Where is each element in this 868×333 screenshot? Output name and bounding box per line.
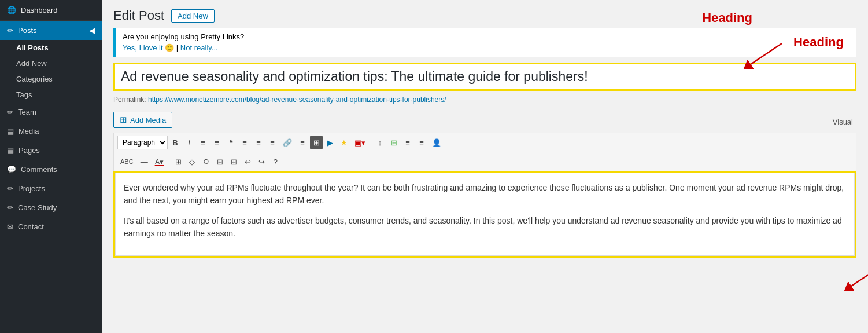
sidebar-item-label: Projects xyxy=(18,184,45,193)
body-paragraph-2: It's all based on a range of factors suc… xyxy=(124,214,846,240)
dashboard-icon: 🌐 xyxy=(7,6,16,14)
align-right-button[interactable]: ≡ xyxy=(266,136,279,149)
posts-icon: ✏ xyxy=(7,26,13,35)
svg-line-0 xyxy=(747,43,782,67)
extra5-button[interactable]: 👤 xyxy=(429,136,444,149)
help-button[interactable]: ? xyxy=(269,155,282,169)
extra3-button[interactable]: ≡ xyxy=(401,136,414,149)
sidebar: 🌐 Dashboard ✏ Posts ◀ All Posts Add New … xyxy=(0,0,102,333)
pages-icon: ▤ xyxy=(7,146,14,155)
italic-button[interactable]: I xyxy=(183,136,195,149)
permalink-url[interactable]: https://www.monetizemore.com/blog/ad-rev… xyxy=(148,96,446,104)
toolbar-separator2 xyxy=(169,156,169,167)
format-select[interactable]: Paragraph xyxy=(117,136,168,149)
hr-button[interactable]: — xyxy=(138,155,151,169)
body-paragraph-1: Ever wondered why your ad RPMs fluctuate… xyxy=(124,181,846,207)
visual-tab[interactable]: Visual xyxy=(833,118,856,126)
sidebar-logo-label: Dashboard xyxy=(21,6,58,14)
heading-label: Heading xyxy=(793,35,851,50)
sidebar-item-categories[interactable]: Categories xyxy=(0,71,102,87)
editor-toolbar-row1: Paragraph B I ≡ ≡ ❝ ≡ ≡ ≡ 🔗 ≡ ⊞ ▶ ★ ▣▾ ↕… xyxy=(113,133,856,152)
permalink-row: Permalink: https://www.monetizemore.com/… xyxy=(113,96,856,104)
undo-button[interactable]: ↩ xyxy=(241,155,254,169)
sidebar-logo[interactable]: 🌐 Dashboard xyxy=(0,0,102,21)
ol-button[interactable]: ≡ xyxy=(210,136,223,149)
sidebar-item-case-study[interactable]: ✏ Case Study xyxy=(0,198,102,217)
body-content-wrapper: Ever wondered why your ad RPMs fluctuate… xyxy=(113,171,856,258)
more-button[interactable]: ≡ xyxy=(296,136,309,149)
link-button[interactable]: 🔗 xyxy=(280,136,295,149)
sidebar-item-label: Comments xyxy=(21,165,57,174)
sidebar-item-team[interactable]: ✏ Team xyxy=(0,103,102,122)
media-toolbar-row: ⊞ Add Media Visual xyxy=(113,112,856,131)
svg-line-2 xyxy=(848,259,868,288)
editor-toolbar-row2: ABC — A▾ ⊞ ◇ Ω ⊞ ⊞ ↩ ↪ ? xyxy=(113,152,856,171)
main-content: Edit Post Add New Heading Are you enjoyi… xyxy=(102,0,868,333)
indent-button[interactable]: ⊞ xyxy=(227,155,240,169)
case-study-icon: ✏ xyxy=(7,203,13,212)
blockquote-button[interactable]: ❝ xyxy=(224,136,237,149)
bold-button[interactable]: B xyxy=(169,136,182,149)
page-title: Edit Post xyxy=(113,8,164,23)
add-media-icon: ⊞ xyxy=(120,115,127,125)
extra2-button[interactable]: ⊞ xyxy=(387,136,400,149)
media-icon: ▤ xyxy=(7,127,14,136)
notice-yes-link[interactable]: Yes, I love it 🙂 xyxy=(123,43,174,52)
sidebar-item-pages[interactable]: ▤ Pages xyxy=(0,141,102,160)
comments-icon: 💬 xyxy=(7,165,16,174)
sidebar-item-tags[interactable]: Tags xyxy=(0,87,102,103)
star-button[interactable]: ★ xyxy=(338,136,350,149)
sidebar-item-label: Case Study xyxy=(18,203,57,212)
chevron-icon: ◀ xyxy=(89,26,95,35)
sidebar-item-contact[interactable]: ✉ Contact xyxy=(0,217,102,236)
add-new-button[interactable]: Add New xyxy=(171,9,215,23)
sidebar-item-add-new[interactable]: Add New xyxy=(0,56,102,71)
redo-button[interactable]: ↪ xyxy=(255,155,268,169)
ul-button[interactable]: ≡ xyxy=(197,136,209,149)
extra1-button[interactable]: ↕ xyxy=(374,136,386,149)
sidebar-item-comments[interactable]: 💬 Comments xyxy=(0,160,102,179)
extra4-button[interactable]: ≡ xyxy=(415,136,428,149)
notice-no-link[interactable]: Not really... xyxy=(180,43,218,52)
paste-button[interactable]: ▶ xyxy=(324,136,337,149)
projects-icon: ✏ xyxy=(7,184,13,193)
toolbar-separator xyxy=(371,137,371,148)
clear-format-button[interactable]: ◇ xyxy=(186,155,198,169)
permalink-label: Permalink: xyxy=(113,96,146,104)
align-center-button[interactable]: ≡ xyxy=(252,136,265,149)
editor-wrapper: Heading Permalink: https://www.monetizem… xyxy=(113,63,856,258)
sidebar-item-label: Contact xyxy=(18,222,44,231)
toggle-toolbar-button[interactable]: ⊞ xyxy=(310,136,323,149)
add-media-button[interactable]: ⊞ Add Media xyxy=(113,112,172,128)
font-color-button[interactable]: A▾ xyxy=(152,155,167,169)
strikethrough-button[interactable]: ABC xyxy=(117,155,136,169)
special-char-button[interactable]: Ω xyxy=(200,155,212,169)
table-button[interactable]: ▣▾ xyxy=(352,136,368,149)
sidebar-item-label: Pages xyxy=(19,146,40,155)
paste-text-button[interactable]: ⊞ xyxy=(172,155,184,169)
sidebar-item-projects[interactable]: ✏ Projects xyxy=(0,179,102,198)
sidebar-item-label: Team xyxy=(18,108,36,116)
sidebar-item-label: Posts xyxy=(18,26,37,35)
page-header: Edit Post Add New xyxy=(102,0,868,28)
align-left-button[interactable]: ≡ xyxy=(238,136,251,149)
sidebar-item-label: Media xyxy=(19,127,39,136)
post-body-editor[interactable]: Ever wondered why your ad RPMs fluctuate… xyxy=(115,173,855,256)
sidebar-item-all-posts[interactable]: All Posts xyxy=(0,40,102,56)
team-icon: ✏ xyxy=(7,108,13,116)
notice-text: Are you enjoying using Pretty Links? xyxy=(123,32,849,41)
sidebar-item-media[interactable]: ▤ Media xyxy=(0,122,102,141)
contact-icon: ✉ xyxy=(7,222,13,231)
sidebar-item-posts[interactable]: ✏ Posts ◀ xyxy=(0,21,102,40)
outdent-button[interactable]: ⊞ xyxy=(213,155,226,169)
